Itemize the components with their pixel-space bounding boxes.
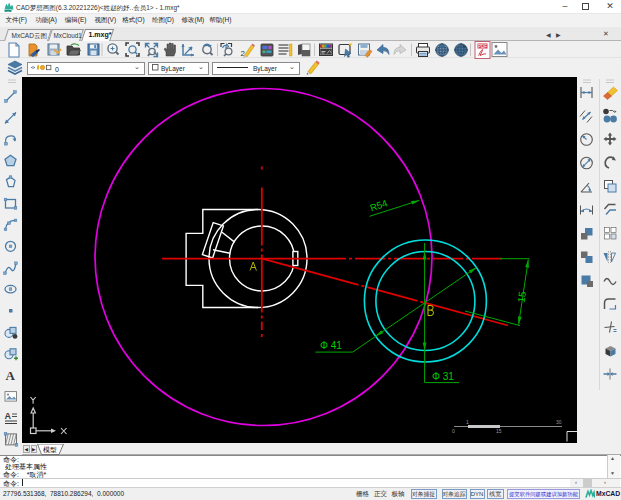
svg-text:0: 0: [452, 428, 455, 434]
svg-text:15: 15: [516, 290, 529, 303]
svg-text:0: 0: [55, 66, 59, 73]
svg-text:15: 15: [496, 428, 502, 434]
svg-text:PDF: PDF: [478, 44, 487, 49]
svg-text:30: 30: [556, 419, 562, 425]
svg-text:A: A: [6, 368, 16, 383]
svg-text:Φ 41: Φ 41: [320, 340, 342, 351]
svg-text:1: 1: [466, 419, 469, 425]
svg-text:A: A: [5, 411, 12, 421]
svg-text:Φ 31: Φ 31: [432, 371, 454, 382]
